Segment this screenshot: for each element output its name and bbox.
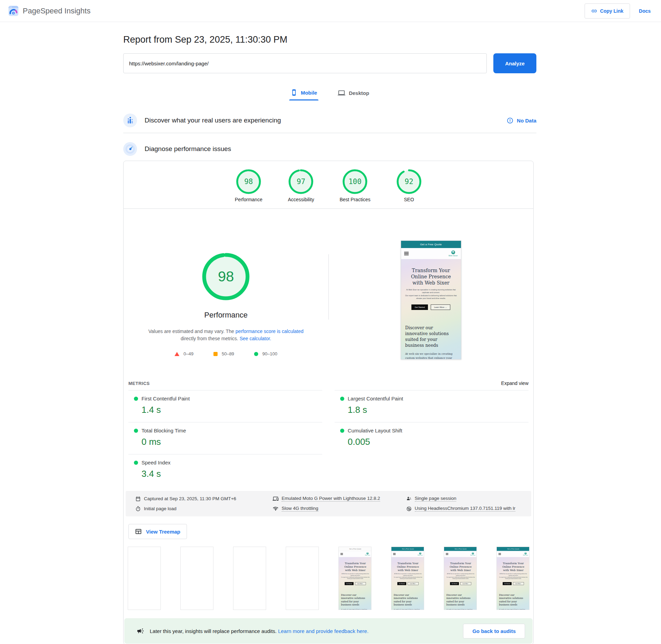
- report-main: Report from Sep 23, 2025, 11:30:30 PM An…: [123, 34, 536, 644]
- preview-hero-title: Transform Your Online Presence with Web …: [341, 561, 370, 572]
- expand-view-button[interactable]: Expand view: [501, 380, 528, 386]
- web-sixer-logo-icon: ✾: [525, 552, 527, 554]
- web-sixer-logo-icon: ✾: [419, 552, 421, 554]
- preview-get-started-button: Get Started: [345, 582, 354, 585]
- category-accessibility[interactable]: 97 Accessibility: [288, 169, 314, 202]
- tab-mobile[interactable]: Mobile: [289, 87, 319, 101]
- analyze-button[interactable]: Analyze: [493, 53, 536, 73]
- calc-explainer-link[interactable]: performance score is calculated: [235, 329, 304, 334]
- preview-hero-text: Our expert team is dedicated to deliveri…: [341, 577, 370, 580]
- info-icon[interactable]: [507, 117, 513, 124]
- throttling-text[interactable]: Slow 4G throttling: [282, 506, 318, 512]
- score-value: 100: [342, 169, 368, 195]
- disclaimer-text: Values are estimated and may vary. The: [148, 329, 235, 334]
- notice-message: Later this year, insights will replace p…: [150, 628, 278, 634]
- notice-text: Later this year, insights will replace p…: [150, 628, 368, 634]
- filmstrip-frame: [128, 547, 161, 610]
- preview-learn-more-button: Learn More →: [513, 582, 524, 585]
- hamburger-icon: [393, 553, 396, 555]
- metric-value: 3.4 s: [141, 469, 322, 479]
- preview-banner: Get a Free Quote: [391, 547, 424, 551]
- report-title: Report from Sep 23, 2025, 11:30:30 PM: [123, 34, 536, 45]
- preview-section-title: Discover our innovative solutions suited…: [341, 593, 370, 606]
- preview-learn-more-button: Learn More →: [355, 582, 366, 585]
- preview-hero-text: At Web Sixer we specialize in creating s…: [405, 289, 457, 294]
- throttling: Slow 4G throttling: [273, 506, 406, 512]
- preview-section-text: At web six we specialize in creating cus…: [341, 608, 370, 610]
- lab-data-title: Diagnose performance issues: [145, 145, 231, 153]
- category-label: Performance: [235, 197, 262, 202]
- filmstrip-frame: Get a Free Quote ✾ Web Sixer Transform Y…: [391, 547, 424, 610]
- desktop-icon: [338, 89, 345, 97]
- preview-hero-text: At Web Sixer we specialize in creating s…: [499, 573, 528, 576]
- tab-desktop-label: Desktop: [349, 90, 369, 96]
- tab-desktop[interactable]: Desktop: [336, 87, 370, 101]
- stopwatch-icon: [135, 506, 141, 512]
- metric-largest-contentful-paint: Largest Contentful Paint 1.8 s: [335, 390, 528, 422]
- final-screenshot: Get a Free Quote ✾ Web Sixer Transform Y…: [401, 240, 461, 359]
- pagespeed-logo-icon: [8, 6, 19, 16]
- pass-dot-icon: [134, 429, 138, 433]
- preview-hero-text: Our expert team is dedicated to deliveri…: [499, 577, 528, 580]
- preview-hero-text: Our expert team is dedicated to deliveri…: [405, 294, 457, 300]
- pass-dot-icon: [340, 397, 344, 401]
- metric-name: Cumulative Layout Shift: [348, 428, 402, 433]
- preview-screen: Get a Free Quote ✾ Web Sixer Transform Y…: [401, 241, 461, 359]
- filmstrip-frame: Get a Free Quote ✾ Web Sixer Transform Y…: [444, 547, 477, 610]
- category-seo[interactable]: 92 SEO: [396, 169, 422, 202]
- no-data-label[interactable]: No Data: [517, 118, 536, 124]
- metric-total-blocking-time: Total Blocking Time 0 ms: [128, 422, 322, 454]
- metric-name: Total Blocking Time: [141, 428, 186, 433]
- preview-banner: Get a Free Quote: [401, 241, 461, 248]
- see-calculator-link[interactable]: See calculator.: [240, 336, 271, 341]
- category-performance[interactable]: 98 Performance: [235, 169, 262, 202]
- url-input[interactable]: [123, 53, 487, 73]
- score-value: 98: [235, 169, 262, 195]
- capture-environment-bar: Captured at Sep 23, 2025, 11:30 PM GMT+6…: [126, 491, 531, 516]
- top-bar: PageSpeed Insights Copy Link Docs: [0, 0, 661, 22]
- view-treemap-button[interactable]: View Treemap: [128, 524, 187, 539]
- no-data-status[interactable]: No Data: [507, 117, 536, 124]
- preview-section-text: At web six we specialize in creating cus…: [405, 352, 457, 359]
- link-icon: [591, 8, 597, 14]
- web-sixer-logo-icon: ✾: [472, 552, 474, 554]
- preview-learn-more-button: Learn More →: [461, 582, 471, 585]
- pass-range-icon: [254, 352, 258, 356]
- session-icon: [406, 496, 412, 502]
- metric-value: 0 ms: [141, 437, 322, 447]
- brand-name: Web Sixer: [470, 555, 475, 556]
- preview-get-started-button: Get Started: [503, 582, 512, 585]
- field-data-title: Discover what your real users are experi…: [145, 117, 281, 124]
- preview-banner: Get a Free Quote: [444, 547, 477, 551]
- browser-version-text[interactable]: Using HeadlessChromium 137.0.7151.119 wi…: [415, 506, 515, 512]
- docs-link[interactable]: Docs: [639, 8, 651, 14]
- copy-link-button[interactable]: Copy Link: [585, 3, 630, 19]
- copy-link-label: Copy Link: [600, 8, 623, 14]
- diagnose-icon: [123, 142, 137, 156]
- brand-name: Web Sixer: [418, 555, 423, 556]
- preview-hero-text: At Web Sixer we specialize in creating s…: [394, 573, 422, 576]
- category-label: SEO: [404, 197, 414, 202]
- feedback-link[interactable]: Learn more and provide feedback here.: [278, 628, 369, 634]
- preview-nav: ✾ Web Sixer: [497, 551, 529, 557]
- preview-hero-text: At Web Sixer we specialize in creating s…: [341, 573, 370, 576]
- preview-screen: Get a Free Quote ✾ Web Sixer Transform Y…: [391, 547, 424, 610]
- preview-nav: ✾ Web Sixer: [339, 551, 371, 557]
- preview-nav: ✾ Web Sixer: [444, 551, 477, 557]
- metrics-section-label: METRICS: [128, 381, 150, 386]
- go-back-to-audits-button[interactable]: Go back to audits: [463, 624, 525, 638]
- preview-get-started-button: Get Started: [397, 582, 406, 585]
- preview-learn-more-button: Learn More →: [408, 582, 419, 585]
- metric-name: First Contentful Paint: [141, 396, 190, 401]
- legend-range: 50–89: [222, 351, 234, 356]
- preview-hero-title: Transform Your Online Presence with Web …: [405, 267, 457, 286]
- category-scores: 98 Performance 97 Accessibility: [124, 161, 533, 209]
- device-tabs: Mobile Desktop: [123, 87, 536, 101]
- real-users-icon: [123, 114, 137, 127]
- web-sixer-logo-icon: ✾: [367, 552, 369, 554]
- preview-screen: Get a Free Quote ✾ Web Sixer Transform Y…: [339, 547, 371, 610]
- session-type-text[interactable]: Single page session: [415, 496, 457, 502]
- preview-section-title: Discover our innovative solutions suited…: [499, 593, 528, 606]
- emulated-device-text[interactable]: Emulated Moto G Power with Lighthouse 12…: [282, 496, 380, 502]
- category-best-practices[interactable]: 100 Best Practices: [339, 169, 370, 202]
